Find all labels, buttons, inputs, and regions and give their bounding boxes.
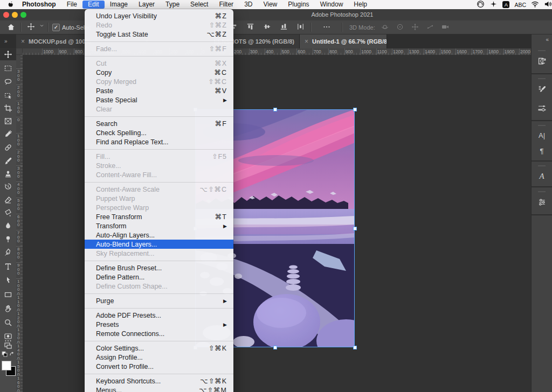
menu-item-paste[interactable]: Paste⌘V [85,86,233,95]
properties-panel-icon[interactable] [537,198,547,209]
brush-tool[interactable] [0,155,16,167]
menubar-item-plugins[interactable]: Plugins [282,1,314,9]
align-top-icon[interactable] [246,23,254,33]
menu-item-toggle-last-state[interactable]: Toggle Last State⌥⌘Z [85,30,233,39]
brush-settings-panel-icon[interactable] [537,85,547,96]
clone-stamp-tool[interactable] [0,167,16,180]
paragraph-panel-icon[interactable]: ¶ [540,147,544,155]
menu-item-keyboard-shortcuts[interactable]: Keyboard Shortcuts...⌥⇧⌘K [85,376,233,386]
gradient-tool[interactable] [0,206,16,219]
menu-item-remote-connections[interactable]: Remote Connections... [85,329,233,338]
eyedropper-tool[interactable] [0,128,16,140]
align-bottom-icon[interactable] [280,23,288,33]
menubar-item-help[interactable]: Help [348,1,372,9]
type-tool[interactable] [0,260,16,272]
blur-tool[interactable] [0,219,16,232]
history-panel-icon[interactable] [537,57,547,68]
chevron-down-icon[interactable] [39,23,45,29]
menu-item-search[interactable]: Search⌘F [85,119,233,128]
menu-item-convert-to-profile[interactable]: Convert to Profile... [85,362,233,371]
menu-item-assign-profile[interactable]: Assign Profile... [85,353,233,362]
frame-tool[interactable] [0,115,16,127]
tab-close-icon[interactable]: × [21,38,25,45]
rectangular-marquee-tool[interactable] [0,62,16,74]
zoom-tool[interactable] [0,316,16,328]
wifi-icon[interactable] [531,0,539,10]
menu-item-auto-blend-layers[interactable]: Auto-Blend Layers... [85,240,233,249]
foreground-color-swatch[interactable] [2,361,11,370]
vertical-ruler[interactable]: 3 0 02 0 01 0 001 0 02 0 03 0 04 0 05 0 … [16,55,23,392]
creative-cloud-icon[interactable] [477,0,485,10]
menu-item-clear[interactable]: Clear [85,104,233,114]
volume-icon[interactable] [544,0,552,10]
menubar-item-layer[interactable]: Layer [133,1,160,9]
hand-tool[interactable] [0,302,16,314]
menu-item-define-brush-preset[interactable]: Define Brush Preset... [85,263,233,272]
menu-item-sky-replacement[interactable]: Sky Replacement... [85,249,233,258]
brushes-panel-icon[interactable] [537,103,547,115]
menubar-item-select[interactable]: Select [185,1,213,9]
character-panel-icon[interactable]: A| [539,131,545,139]
dodge-tool[interactable] [0,233,16,245]
menu-item-transform[interactable]: Transform▶ [85,221,233,230]
abc-status-label[interactable]: ABC [514,2,526,8]
spot-healing-brush-tool[interactable] [0,141,16,153]
menu-item-copy[interactable]: Copy⌘C [85,68,233,77]
input-source-icon[interactable]: A [502,1,509,8]
object-selection-tool[interactable] [0,89,16,101]
menu-item-puppet-warp[interactable]: Puppet Warp [85,194,233,203]
menu-item-auto-align-layers[interactable]: Auto-Align Layers... [85,230,233,240]
menubar-item-photoshop[interactable]: Photoshop [17,1,61,9]
menu-item-paste-special[interactable]: Paste Special▶ [85,95,233,104]
menu-item-undo-layer-visibility[interactable]: Undo Layer Visibility⌘Z [85,11,233,20]
menu-item-check-spelling[interactable]: Check Spelling... [85,128,233,137]
menu-item-define-custom-shape[interactable]: Define Custom Shape... [85,282,233,291]
crop-tool[interactable] [0,102,16,114]
close-window-button[interactable] [3,12,9,18]
history-brush-tool[interactable] [0,180,16,193]
transform-handle[interactable] [353,227,357,230]
transform-handle[interactable] [273,108,277,111]
move-tool-preset-icon[interactable] [27,23,35,31]
menubar-item-type[interactable]: Type [160,1,185,9]
minimize-window-button[interactable] [12,12,18,18]
menubar-item-file[interactable]: File [61,1,82,9]
menu-item-menus[interactable]: Menus...⌥⇧⌘M [85,386,233,392]
menubar-item-window[interactable]: Window [315,1,349,9]
move-tool[interactable] [0,48,16,60]
menu-item-fill[interactable]: Fill...⇧F5 [85,152,233,161]
distribute-icon[interactable] [296,23,305,33]
menu-item-fade[interactable]: Fade...⇧⌘F [85,44,233,53]
path-selection-tool[interactable] [0,274,16,286]
menu-item-color-settings[interactable]: Color Settings...⇧⌘K [85,344,233,353]
menu-item-define-pattern[interactable]: Define Pattern... [85,272,233,282]
tab-close-icon[interactable]: × [305,38,308,45]
menubar-item-filter[interactable]: Filter [213,1,239,9]
home-icon[interactable] [6,23,16,32]
lasso-tool[interactable] [0,75,16,88]
rectangle-tool[interactable] [0,288,16,300]
menubar-item-3d[interactable]: 3D [239,1,258,9]
menubar-item-edit[interactable]: Edit [82,1,105,9]
menu-item-presets[interactable]: Presets▶ [85,320,233,329]
tab-overflow-left-icon[interactable]: » [4,38,7,44]
menubar-item-view[interactable]: View [258,1,282,9]
menu-item-content-aware-scale[interactable]: Content-Aware Scale⌥⇧⌘C [85,185,233,194]
menu-item-copy-merged[interactable]: Copy Merged⇧⌘C [85,77,233,86]
eraser-tool[interactable] [0,193,16,206]
collapse-panels-icon[interactable]: « [546,37,548,43]
more-options-ellipsis-icon[interactable] [322,23,331,31]
apple-menu-icon[interactable] [8,1,15,8]
menu-item-adobe-pdf-presets[interactable]: Adobe PDF Presets... [85,311,233,320]
transform-handle[interactable] [353,346,357,349]
menu-item-content-aware-fill[interactable]: Content-Aware Fill... [85,170,233,179]
tab-untitled-1[interactable]: ×Untitled-1 @ 66.7% (RGB/8) * [300,34,387,48]
keyboard-brightness-icon[interactable] [489,0,498,10]
glyphs-panel-icon[interactable]: A [539,172,544,181]
menu-item-free-transform[interactable]: Free Transform⌘T [85,212,233,221]
menu-item-cut[interactable]: Cut⌘X [85,59,233,68]
menu-item-perspective-warp[interactable]: Perspective Warp [85,203,233,212]
zoom-window-button[interactable] [20,12,26,18]
menu-item-stroke[interactable]: Stroke... [85,161,233,170]
transform-handle[interactable] [273,346,277,349]
